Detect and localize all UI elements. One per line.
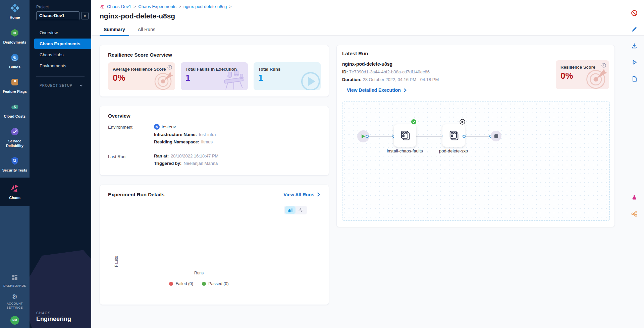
content-area: Resilience Score Overview Average Resili… bbox=[91, 36, 644, 328]
pipeline-node-install-chaos-faults[interactable] bbox=[394, 124, 416, 147]
sidebar-item-label: Service Reliability bbox=[1, 139, 29, 148]
chevron-down-icon bbox=[79, 83, 83, 87]
last-run-label: Last Run bbox=[108, 153, 154, 166]
legend-item-passed[interactable]: Passed (0) bbox=[202, 281, 228, 286]
breadcrumb-separator: > bbox=[179, 4, 181, 9]
breadcrumb-link[interactable]: Chaos Experiments bbox=[138, 4, 176, 9]
chaos-faults-button[interactable] bbox=[629, 192, 639, 202]
svg-text:$: $ bbox=[14, 105, 16, 109]
run-id-label: ID: bbox=[342, 69, 348, 74]
stat-tiles: Average Resilience Score 0% Total Faults… bbox=[108, 62, 321, 90]
sidebar-item-chaos-hubs[interactable]: Chaos Hubs bbox=[30, 50, 91, 60]
gear-icon: ⚙ bbox=[12, 293, 17, 300]
info-icon[interactable] bbox=[601, 63, 606, 69]
card-title: Overview bbox=[108, 113, 321, 119]
pencil-icon bbox=[631, 26, 638, 33]
project-selector[interactable]: Chaos-Dev1 bbox=[36, 11, 79, 20]
infrastructure-name-value: test-infra bbox=[199, 132, 216, 137]
sidebar-item-feature-flags[interactable]: Feature Flags bbox=[0, 74, 30, 98]
project-menu: Overview Chaos Experiments Chaos Hubs En… bbox=[30, 27, 91, 71]
cloud-costs-icon: $ bbox=[10, 103, 19, 113]
view-detailed-execution-link[interactable]: View Detailed Execution bbox=[347, 87, 407, 93]
fault-step-icon bbox=[448, 130, 460, 142]
sidebar-item-home[interactable]: Home bbox=[0, 0, 30, 24]
success-badge-icon bbox=[411, 119, 417, 125]
bar-chart-toggle-button[interactable] bbox=[285, 206, 296, 214]
sidebar-item-account-settings[interactable]: ⚙ ACCOUNT SETTINGS bbox=[0, 291, 30, 313]
sidebar-item-label: ACCOUNT SETTINGS bbox=[4, 302, 26, 310]
card-title: Experiment Run Details bbox=[108, 192, 164, 197]
duration-label: Duration: bbox=[342, 77, 362, 82]
row-divider bbox=[108, 149, 321, 149]
ran-at-value: 28/10/2022 16:18:47 PM bbox=[171, 153, 218, 158]
chaos-breadcrumb-icon bbox=[100, 4, 105, 9]
pipeline-view-button[interactable] bbox=[629, 209, 639, 219]
connector-dot[interactable] bbox=[463, 135, 466, 138]
ban-icon bbox=[631, 9, 638, 17]
info-icon[interactable] bbox=[167, 65, 172, 71]
breadcrumb-link[interactable]: nginx-pod-delete-u8sg bbox=[183, 4, 227, 9]
app-root: Home ∞ Deployments Builds Feature Flags … bbox=[0, 0, 644, 328]
sidebar-item-chaos[interactable]: Chaos bbox=[0, 178, 30, 206]
page-title: nginx-pod-delete-u8sg bbox=[100, 12, 624, 20]
sidebar-item-label: Chaos bbox=[9, 196, 20, 200]
sidebar-item-builds[interactable]: Builds bbox=[0, 50, 30, 73]
connector-dot[interactable] bbox=[366, 135, 369, 138]
pipeline-node-label: pod-delete-sxp bbox=[435, 148, 472, 154]
duration-value: 28 October 2022, 04:16 PM - 04:18 PM bbox=[363, 77, 439, 82]
sidebar-item-dashboards[interactable]: DASHBOARDS bbox=[0, 271, 30, 291]
line-chart-toggle-button[interactable] bbox=[296, 206, 306, 214]
download-icon bbox=[631, 43, 638, 49]
run-id-value: 7e7390d1-3a44-4bf2-b38a-cd7df140ec86 bbox=[349, 69, 430, 74]
resilience-score-tile: Resilience Score 0% bbox=[556, 60, 609, 89]
view-all-runs-label: View All Runs bbox=[283, 192, 314, 197]
brand-large-label: Engineering bbox=[36, 316, 71, 323]
disable-experiment-button[interactable] bbox=[629, 8, 639, 18]
flask-icon bbox=[631, 194, 638, 201]
chart-x-axis bbox=[120, 269, 315, 269]
stat-tile-total-runs: Total Runs 1 bbox=[254, 62, 321, 90]
sidebar-item-chaos-experiments[interactable]: Chaos Experiments bbox=[34, 39, 91, 49]
sidebar-item-security-tests[interactable]: Security Tests bbox=[0, 153, 30, 177]
play-icon bbox=[361, 134, 365, 139]
service-reliability-icon bbox=[10, 127, 19, 137]
sidebar-bottom-group: DASHBOARDS ⚙ ACCOUNT SETTINGS NM bbox=[0, 271, 30, 328]
stat-label: Total Runs bbox=[258, 67, 316, 72]
module-sidebar: Home ∞ Deployments Builds Feature Flags … bbox=[0, 0, 30, 328]
sidebar-item-overview[interactable]: Overview bbox=[30, 27, 91, 38]
project-sidebar: Project Chaos-Dev1 » Overview Chaos Expe… bbox=[30, 0, 91, 328]
expand-projects-button[interactable]: » bbox=[81, 12, 89, 19]
download-manifest-button[interactable] bbox=[629, 41, 639, 51]
sidebar-item-deployments[interactable]: ∞ Deployments bbox=[0, 25, 30, 49]
pipeline-canvas[interactable]: install-chaos-faults pod-delete-sxp bbox=[342, 102, 610, 221]
legend-label: Failed (0) bbox=[175, 281, 193, 286]
tab-all-runs[interactable]: All Runs bbox=[134, 24, 159, 36]
project-setup-toggle[interactable]: PROJECT SETUP bbox=[40, 83, 83, 87]
pipeline-node-pod-delete[interactable] bbox=[442, 124, 465, 147]
legend-item-failed[interactable]: Failed (0) bbox=[169, 281, 193, 286]
sidebar-item-environments[interactable]: Environments bbox=[30, 61, 91, 71]
sidebar-item-cloud-costs[interactable]: $ Cloud Costs bbox=[0, 99, 30, 123]
stat-label: Average Resilience Score bbox=[113, 67, 170, 72]
view-manifest-button[interactable] bbox=[629, 74, 639, 84]
sidebar-item-service-reliability[interactable]: Service Reliability bbox=[0, 124, 30, 152]
tab-summary[interactable]: Summary bbox=[100, 24, 129, 36]
card-title: Latest Run bbox=[342, 51, 609, 56]
failed-dot bbox=[169, 282, 173, 286]
node-tree-icon bbox=[631, 210, 638, 217]
stat-label: Total Faults In Execution bbox=[185, 67, 243, 72]
page-header: Chaos-Dev1 > Chaos Experiments > nginx-p… bbox=[91, 0, 644, 36]
overview-card: Overview Environment ☸ testenv Infrastru… bbox=[100, 106, 329, 176]
stopped-badge-icon bbox=[460, 119, 465, 125]
pipeline-end-node[interactable] bbox=[491, 131, 501, 141]
view-all-runs-link[interactable]: View All Runs bbox=[283, 192, 321, 197]
builds-icon bbox=[10, 53, 19, 63]
stat-tile-average-resilience-score: Average Resilience Score 0% bbox=[108, 62, 175, 90]
run-experiment-button[interactable] bbox=[629, 57, 639, 67]
user-avatar[interactable]: NM bbox=[10, 316, 19, 325]
left-column: Resilience Score Overview Average Resili… bbox=[100, 45, 329, 328]
breadcrumb-link[interactable]: Chaos-Dev1 bbox=[107, 4, 131, 9]
latest-run-card: Latest Run nginx-pod-delete-u8sg ID: 7e7… bbox=[336, 45, 615, 227]
edit-experiment-button[interactable] bbox=[629, 24, 639, 35]
pulse-line-icon bbox=[298, 207, 304, 213]
